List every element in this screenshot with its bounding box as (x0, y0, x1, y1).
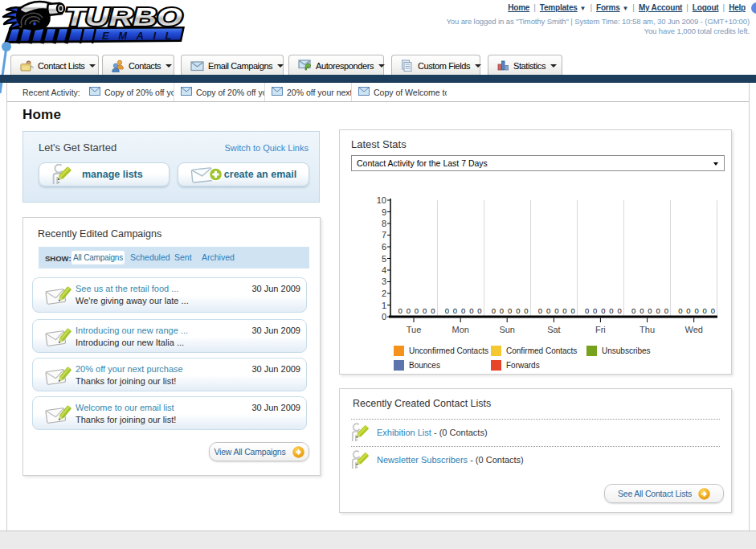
svg-text:0: 0 (415, 306, 419, 315)
svg-text:0: 0 (461, 306, 465, 315)
svg-text:0: 0 (398, 306, 403, 315)
svg-text:Fri: Fri (595, 325, 606, 334)
svg-text:0: 0 (585, 306, 589, 315)
svg-text:3: 3 (382, 277, 386, 286)
svg-text:0: 0 (640, 306, 644, 315)
svg-text:0: 0 (711, 306, 715, 315)
svg-text:Thu: Thu (640, 325, 655, 334)
svg-text:0: 0 (524, 306, 528, 315)
svg-text:8: 8 (382, 219, 386, 228)
svg-text:Wed: Wed (684, 325, 702, 334)
svg-text:5: 5 (382, 254, 386, 264)
svg-text:10: 10 (377, 195, 386, 205)
svg-text:0: 0 (609, 306, 613, 315)
svg-text:0: 0 (538, 306, 542, 315)
svg-text:0: 0 (631, 306, 635, 315)
svg-text:0: 0 (469, 306, 473, 315)
svg-text:TURBO: TURBO (65, 3, 182, 31)
svg-text:0: 0 (703, 306, 707, 315)
svg-text:Mon: Mon (452, 325, 468, 334)
svg-text:0: 0 (453, 306, 457, 315)
svg-text:7: 7 (382, 230, 386, 240)
svg-text:0: 0 (648, 306, 652, 315)
svg-text:2: 2 (382, 289, 386, 298)
svg-text:0: 0 (664, 306, 668, 315)
svg-text:Sun: Sun (499, 325, 515, 334)
svg-text:0: 0 (601, 306, 605, 315)
svg-text:0: 0 (546, 306, 550, 315)
svg-text:1: 1 (382, 301, 386, 310)
svg-text:0: 0 (570, 306, 574, 315)
svg-text:4: 4 (382, 265, 386, 275)
svg-text:0: 0 (554, 306, 558, 315)
svg-text:0: 0 (656, 306, 660, 315)
svg-text:0: 0 (516, 306, 520, 315)
svg-text:6: 6 (382, 242, 386, 252)
svg-text:0: 0 (593, 306, 597, 315)
svg-text:0: 0 (508, 306, 512, 315)
svg-text:Tue: Tue (407, 325, 422, 334)
svg-text:0: 0 (492, 306, 496, 315)
svg-text:0: 0 (477, 306, 481, 315)
svg-text:0: 0 (562, 306, 566, 315)
svg-text:0: 0 (445, 306, 449, 315)
svg-text:0: 0 (678, 306, 682, 315)
svg-text:0: 0 (382, 312, 386, 322)
svg-text:0: 0 (686, 306, 690, 315)
svg-text:9: 9 (382, 207, 386, 217)
svg-text:EMAIL: EMAIL (102, 30, 181, 42)
svg-text:0: 0 (431, 306, 435, 315)
svg-text:Sat: Sat (547, 325, 561, 334)
svg-text:0: 0 (618, 306, 622, 315)
svg-text:0: 0 (407, 306, 411, 315)
svg-text:0: 0 (694, 306, 698, 315)
svg-text:0: 0 (423, 306, 427, 315)
svg-text:0: 0 (500, 306, 504, 315)
